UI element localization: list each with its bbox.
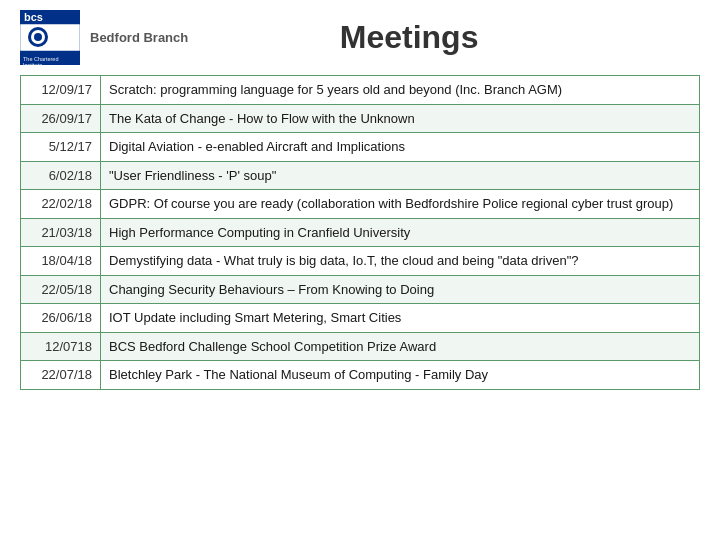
meeting-date: 22/05/18	[21, 275, 101, 304]
meeting-date: 21/03/18	[21, 218, 101, 247]
meeting-date: 22/02/18	[21, 190, 101, 219]
meeting-description: Changing Security Behaviours – From Know…	[101, 275, 700, 304]
meeting-description: Scratch: programming language for 5 year…	[101, 76, 700, 105]
table-row: 18/04/18Demystifying data - What truly i…	[21, 247, 700, 276]
meeting-description: IOT Update including Smart Metering, Sma…	[101, 304, 700, 333]
meeting-date: 6/02/18	[21, 161, 101, 190]
meeting-date: 18/04/18	[21, 247, 101, 276]
table-row: 12/0718BCS Bedford Challenge School Comp…	[21, 332, 700, 361]
svg-text:Institute: Institute	[23, 62, 42, 65]
meeting-date: 26/09/17	[21, 104, 101, 133]
meeting-date: 5/12/17	[21, 133, 101, 162]
table-row: 5/12/17Digital Aviation - e-enabled Airc…	[21, 133, 700, 162]
meetings-table: 12/09/17Scratch: programming language fo…	[20, 75, 700, 390]
page-header: bcs The Chartered Institute Bedford Bran…	[0, 0, 720, 70]
page-title: Meetings	[188, 19, 630, 56]
svg-text:bcs: bcs	[24, 11, 43, 23]
table-row: 12/09/17Scratch: programming language fo…	[21, 76, 700, 105]
meeting-description: The Kata of Change - How to Flow with th…	[101, 104, 700, 133]
table-row: 22/07/18Bletchley Park - The National Mu…	[21, 361, 700, 390]
table-row: 26/09/17The Kata of Change - How to Flow…	[21, 104, 700, 133]
meeting-date: 12/09/17	[21, 76, 101, 105]
logo-area: bcs The Chartered Institute Bedford Bran…	[20, 10, 188, 65]
meeting-description: Demystifying data - What truly is big da…	[101, 247, 700, 276]
meeting-description: GDPR: Of course you are ready (collabora…	[101, 190, 700, 219]
meeting-date: 22/07/18	[21, 361, 101, 390]
branch-label: Bedford Branch	[90, 30, 188, 45]
meeting-date: 26/06/18	[21, 304, 101, 333]
meeting-date: 12/0718	[21, 332, 101, 361]
svg-point-5	[34, 33, 42, 41]
table-row: 22/02/18GDPR: Of course you are ready (c…	[21, 190, 700, 219]
table-row: 6/02/18"User Friendliness - 'P' soup"	[21, 161, 700, 190]
meetings-table-container: 12/09/17Scratch: programming language fo…	[0, 70, 720, 400]
meeting-description: Digital Aviation - e-enabled Aircraft an…	[101, 133, 700, 162]
table-row: 21/03/18High Performance Computing in Cr…	[21, 218, 700, 247]
table-row: 22/05/18Changing Security Behaviours – F…	[21, 275, 700, 304]
meeting-description: High Performance Computing in Cranfield …	[101, 218, 700, 247]
meeting-description: BCS Bedford Challenge School Competition…	[101, 332, 700, 361]
meeting-description: "User Friendliness - 'P' soup"	[101, 161, 700, 190]
meeting-description: Bletchley Park - The National Museum of …	[101, 361, 700, 390]
bcs-logo: bcs The Chartered Institute	[20, 10, 80, 65]
table-row: 26/06/18IOT Update including Smart Meter…	[21, 304, 700, 333]
